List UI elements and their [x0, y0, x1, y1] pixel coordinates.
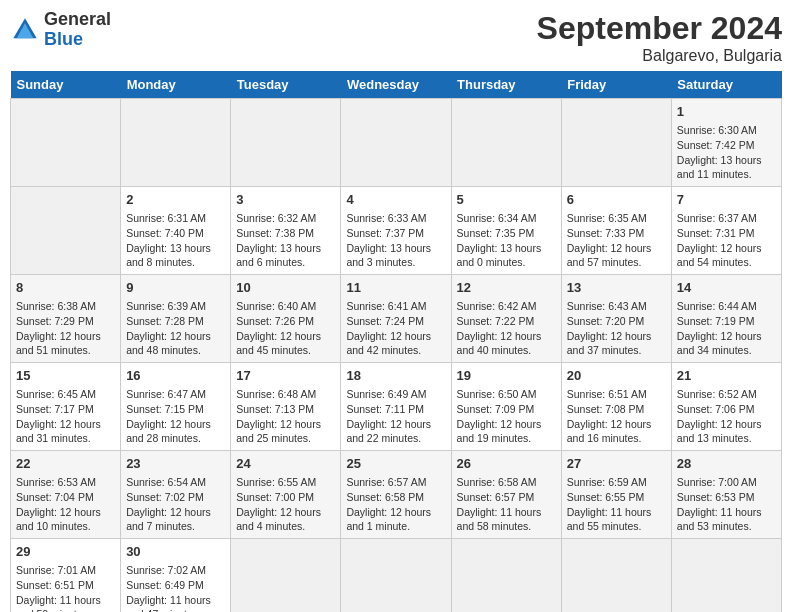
daylight-text: Daylight: 12 hours and 19 minutes.	[457, 417, 556, 446]
calendar-cell: 27Sunrise: 6:59 AMSunset: 6:55 PMDayligh…	[561, 451, 671, 539]
calendar-cell: 24Sunrise: 6:55 AMSunset: 7:00 PMDayligh…	[231, 451, 341, 539]
day-number: 20	[567, 367, 666, 385]
day-number: 16	[126, 367, 225, 385]
calendar-cell	[11, 99, 121, 187]
day-number: 19	[457, 367, 556, 385]
sunrise-text: Sunrise: 7:00 AM	[677, 475, 776, 490]
location: Balgarevo, Bulgaria	[537, 47, 782, 65]
sunrise-text: Sunrise: 6:41 AM	[346, 299, 445, 314]
sunrise-text: Sunrise: 6:49 AM	[346, 387, 445, 402]
sunrise-text: Sunrise: 6:48 AM	[236, 387, 335, 402]
calendar-week-3: 8Sunrise: 6:38 AMSunset: 7:29 PMDaylight…	[11, 275, 782, 363]
calendar-cell: 3Sunrise: 6:32 AMSunset: 7:38 PMDaylight…	[231, 187, 341, 275]
calendar-cell: 22Sunrise: 6:53 AMSunset: 7:04 PMDayligh…	[11, 451, 121, 539]
daylight-text: Daylight: 12 hours and 28 minutes.	[126, 417, 225, 446]
sunrise-text: Sunrise: 6:50 AM	[457, 387, 556, 402]
day-number: 23	[126, 455, 225, 473]
daylight-text: Daylight: 12 hours and 13 minutes.	[677, 417, 776, 446]
logo-icon	[10, 15, 40, 45]
sunrise-text: Sunrise: 6:32 AM	[236, 211, 335, 226]
sunset-text: Sunset: 6:51 PM	[16, 578, 115, 593]
day-number: 18	[346, 367, 445, 385]
sunrise-text: Sunrise: 6:55 AM	[236, 475, 335, 490]
sunrise-text: Sunrise: 6:33 AM	[346, 211, 445, 226]
sunrise-text: Sunrise: 7:01 AM	[16, 563, 115, 578]
calendar-cell: 26Sunrise: 6:58 AMSunset: 6:57 PMDayligh…	[451, 451, 561, 539]
day-number: 30	[126, 543, 225, 561]
day-number: 29	[16, 543, 115, 561]
header-row: SundayMondayTuesdayWednesdayThursdayFrid…	[11, 71, 782, 99]
day-number: 3	[236, 191, 335, 209]
sunset-text: Sunset: 7:24 PM	[346, 314, 445, 329]
sunset-text: Sunset: 6:57 PM	[457, 490, 556, 505]
calendar-cell	[231, 539, 341, 613]
sunrise-text: Sunrise: 6:58 AM	[457, 475, 556, 490]
calendar-body: 1Sunrise: 6:30 AMSunset: 7:42 PMDaylight…	[11, 99, 782, 613]
day-number: 12	[457, 279, 556, 297]
column-header-saturday: Saturday	[671, 71, 781, 99]
sunrise-text: Sunrise: 6:37 AM	[677, 211, 776, 226]
sunrise-text: Sunrise: 6:47 AM	[126, 387, 225, 402]
calendar-cell: 7Sunrise: 6:37 AMSunset: 7:31 PMDaylight…	[671, 187, 781, 275]
daylight-text: Daylight: 12 hours and 54 minutes.	[677, 241, 776, 270]
calendar-header: SundayMondayTuesdayWednesdayThursdayFrid…	[11, 71, 782, 99]
calendar-cell: 18Sunrise: 6:49 AMSunset: 7:11 PMDayligh…	[341, 363, 451, 451]
column-header-monday: Monday	[121, 71, 231, 99]
daylight-text: Daylight: 12 hours and 16 minutes.	[567, 417, 666, 446]
day-number: 24	[236, 455, 335, 473]
daylight-text: Daylight: 12 hours and 45 minutes.	[236, 329, 335, 358]
calendar-cell	[121, 99, 231, 187]
day-number: 4	[346, 191, 445, 209]
sunset-text: Sunset: 7:17 PM	[16, 402, 115, 417]
daylight-text: Daylight: 12 hours and 34 minutes.	[677, 329, 776, 358]
daylight-text: Daylight: 12 hours and 25 minutes.	[236, 417, 335, 446]
sunrise-text: Sunrise: 6:42 AM	[457, 299, 556, 314]
calendar-cell: 25Sunrise: 6:57 AMSunset: 6:58 PMDayligh…	[341, 451, 451, 539]
daylight-text: Daylight: 12 hours and 7 minutes.	[126, 505, 225, 534]
calendar-cell: 29Sunrise: 7:01 AMSunset: 6:51 PMDayligh…	[11, 539, 121, 613]
sunset-text: Sunset: 6:55 PM	[567, 490, 666, 505]
calendar-cell: 9Sunrise: 6:39 AMSunset: 7:28 PMDaylight…	[121, 275, 231, 363]
daylight-text: Daylight: 12 hours and 4 minutes.	[236, 505, 335, 534]
day-number: 14	[677, 279, 776, 297]
calendar-cell: 16Sunrise: 6:47 AMSunset: 7:15 PMDayligh…	[121, 363, 231, 451]
calendar-cell: 23Sunrise: 6:54 AMSunset: 7:02 PMDayligh…	[121, 451, 231, 539]
calendar-cell: 13Sunrise: 6:43 AMSunset: 7:20 PMDayligh…	[561, 275, 671, 363]
sunrise-text: Sunrise: 6:45 AM	[16, 387, 115, 402]
sunset-text: Sunset: 7:08 PM	[567, 402, 666, 417]
calendar-cell	[341, 99, 451, 187]
logo: General Blue	[10, 10, 111, 50]
sunrise-text: Sunrise: 6:44 AM	[677, 299, 776, 314]
sunset-text: Sunset: 7:00 PM	[236, 490, 335, 505]
sunrise-text: Sunrise: 6:59 AM	[567, 475, 666, 490]
daylight-text: Daylight: 11 hours and 53 minutes.	[677, 505, 776, 534]
calendar-cell: 11Sunrise: 6:41 AMSunset: 7:24 PMDayligh…	[341, 275, 451, 363]
day-number: 11	[346, 279, 445, 297]
day-number: 15	[16, 367, 115, 385]
calendar-cell	[231, 99, 341, 187]
calendar-cell	[11, 187, 121, 275]
daylight-text: Daylight: 12 hours and 1 minute.	[346, 505, 445, 534]
calendar-week-4: 15Sunrise: 6:45 AMSunset: 7:17 PMDayligh…	[11, 363, 782, 451]
calendar-cell: 1Sunrise: 6:30 AMSunset: 7:42 PMDaylight…	[671, 99, 781, 187]
sunset-text: Sunset: 7:38 PM	[236, 226, 335, 241]
sunset-text: Sunset: 7:42 PM	[677, 138, 776, 153]
page-header: General Blue September 2024 Balgarevo, B…	[10, 10, 782, 65]
sunset-text: Sunset: 7:06 PM	[677, 402, 776, 417]
day-number: 13	[567, 279, 666, 297]
logo-text: General Blue	[44, 10, 111, 50]
day-number: 8	[16, 279, 115, 297]
calendar-week-1: 1Sunrise: 6:30 AMSunset: 7:42 PMDaylight…	[11, 99, 782, 187]
sunrise-text: Sunrise: 6:34 AM	[457, 211, 556, 226]
calendar-cell	[451, 99, 561, 187]
day-number: 1	[677, 103, 776, 121]
daylight-text: Daylight: 12 hours and 10 minutes.	[16, 505, 115, 534]
daylight-text: Daylight: 13 hours and 11 minutes.	[677, 153, 776, 182]
daylight-text: Daylight: 11 hours and 47 minutes.	[126, 593, 225, 612]
sunrise-text: Sunrise: 6:52 AM	[677, 387, 776, 402]
daylight-text: Daylight: 12 hours and 51 minutes.	[16, 329, 115, 358]
sunset-text: Sunset: 7:33 PM	[567, 226, 666, 241]
daylight-text: Daylight: 11 hours and 55 minutes.	[567, 505, 666, 534]
sunset-text: Sunset: 7:37 PM	[346, 226, 445, 241]
sunset-text: Sunset: 7:09 PM	[457, 402, 556, 417]
